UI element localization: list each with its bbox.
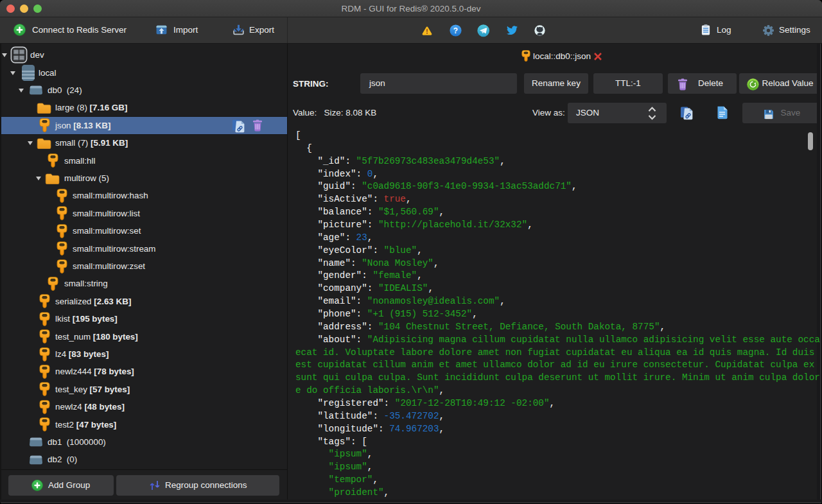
svg-text:?: ?: [453, 26, 458, 35]
